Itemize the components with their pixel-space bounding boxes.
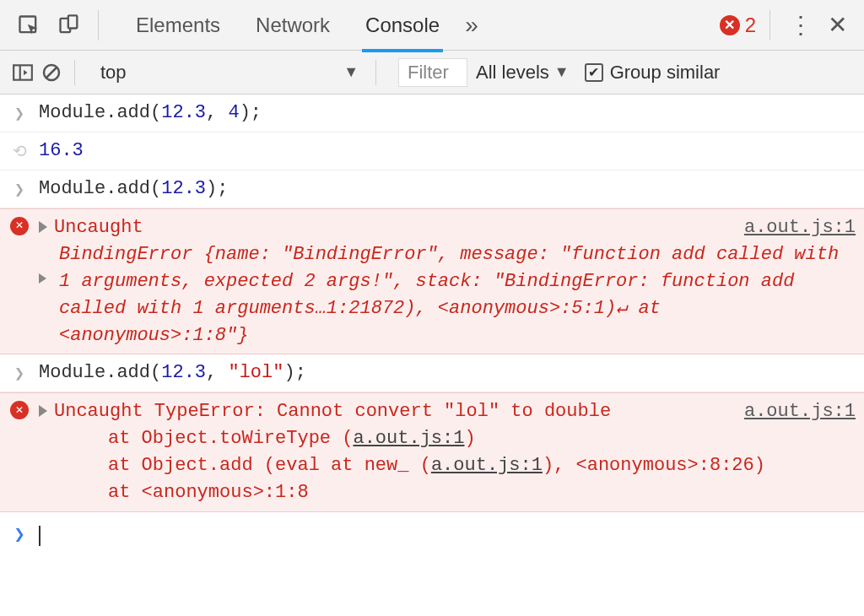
text-cursor bbox=[39, 526, 40, 546]
svg-line-7 bbox=[46, 68, 57, 78]
filter-input[interactable]: Filter bbox=[398, 58, 467, 87]
expand-caret-icon[interactable] bbox=[39, 221, 47, 233]
console-error-row: ✕ a.out.js:1 Uncaught TypeError: Cannot … bbox=[0, 392, 864, 512]
code: Module.add( bbox=[39, 102, 161, 123]
code: Module.add( bbox=[39, 178, 161, 199]
code: ); bbox=[284, 362, 305, 383]
stack-frame: at <anonymous>:1:8 bbox=[108, 482, 309, 503]
group-similar-checkbox[interactable]: ✔ bbox=[585, 63, 603, 82]
uncaught-label: Uncaught bbox=[54, 217, 143, 238]
chevron-down-icon: ▼ bbox=[343, 63, 359, 81]
code: Module.add( bbox=[39, 362, 161, 383]
stack-frame: at Object.toWireType ( bbox=[108, 428, 353, 449]
console-toolbar: top ▼ Filter All levels ▼ ✔ Group simila… bbox=[0, 51, 864, 95]
input-marker-icon: ❯ bbox=[0, 100, 39, 127]
stack-frame: ), <anonymous>:8:26) bbox=[543, 455, 765, 476]
input-marker-icon: ❯ bbox=[0, 359, 39, 386]
svg-rect-2 bbox=[68, 15, 78, 28]
svg-rect-3 bbox=[14, 65, 32, 79]
chevron-down-icon: ▼ bbox=[554, 63, 570, 81]
number-literal: 12.3 bbox=[161, 178, 206, 199]
console-prompt-row[interactable]: ❯ bbox=[0, 512, 864, 549]
input-code: Module.add(12.3, "lol"); bbox=[39, 359, 856, 386]
separator bbox=[98, 10, 99, 41]
tab-network[interactable]: Network bbox=[252, 0, 333, 52]
group-similar-label: Group similar bbox=[610, 62, 721, 84]
error-content: a.out.js:1 Uncaught TypeError: Cannot co… bbox=[39, 398, 856, 506]
source-link[interactable]: a.out.js:1 bbox=[744, 214, 856, 241]
filter-placeholder: Filter bbox=[408, 62, 449, 84]
stack-frame: ) bbox=[464, 428, 475, 449]
error-header: Uncaught TypeError: Cannot convert "lol"… bbox=[54, 401, 611, 422]
source-link[interactable]: a.out.js:1 bbox=[431, 455, 543, 476]
console-input-row: ❯ Module.add(12.3, 4); bbox=[0, 95, 864, 132]
number-literal: 12.3 bbox=[161, 102, 206, 123]
context-select[interactable]: top ▼ bbox=[89, 58, 367, 87]
expand-caret-icon[interactable] bbox=[39, 405, 47, 417]
separator bbox=[375, 60, 376, 85]
error-content: a.out.js:1 Uncaught BindingError {name: … bbox=[39, 214, 856, 349]
devtools-tabbar: Elements Network Console » ✕ 2 ⋮ ✕ bbox=[0, 0, 864, 51]
more-tabs-icon[interactable]: » bbox=[465, 12, 478, 39]
context-value: top bbox=[100, 62, 127, 84]
console-error-row: ✕ a.out.js:1 Uncaught BindingError {name… bbox=[0, 208, 864, 354]
string-literal: "lol" bbox=[228, 362, 284, 383]
input-code: Module.add(12.3); bbox=[39, 176, 856, 203]
separator bbox=[770, 10, 770, 41]
clear-console-icon[interactable] bbox=[37, 62, 66, 83]
error-marker-icon: ✕ bbox=[0, 214, 39, 235]
error-marker-icon: ✕ bbox=[0, 398, 39, 419]
error-count[interactable]: 2 bbox=[745, 14, 756, 37]
levels-label: All levels bbox=[476, 62, 549, 84]
separator bbox=[74, 60, 75, 85]
svg-marker-5 bbox=[24, 69, 27, 75]
log-level-select[interactable]: All levels ▼ bbox=[476, 62, 570, 84]
console-output-row: ⟲ 16.3 bbox=[0, 132, 864, 170]
tab-elements[interactable]: Elements bbox=[132, 0, 224, 52]
tab-strip: Elements Network Console bbox=[132, 0, 443, 52]
prompt-marker-icon: ❯ bbox=[0, 522, 39, 549]
number-literal: 4 bbox=[228, 102, 239, 123]
inspect-icon[interactable] bbox=[14, 10, 44, 41]
close-icon[interactable]: ✕ bbox=[828, 11, 847, 39]
number-literal: 12.3 bbox=[161, 362, 206, 383]
svg-rect-0 bbox=[20, 16, 36, 32]
source-link[interactable]: a.out.js:1 bbox=[353, 428, 464, 449]
device-toggle-icon[interactable] bbox=[54, 10, 84, 41]
output-marker-icon: ⟲ bbox=[0, 138, 39, 165]
code: ); bbox=[206, 178, 228, 199]
input-code: Module.add(12.3, 4); bbox=[39, 100, 856, 127]
code: , bbox=[206, 102, 228, 123]
error-badge-icon[interactable]: ✕ bbox=[720, 15, 740, 35]
tab-console[interactable]: Console bbox=[362, 0, 443, 52]
output-value: 16.3 bbox=[39, 138, 856, 165]
console-body: ❯ Module.add(12.3, 4); ⟲ 16.3 ❯ Module.a… bbox=[0, 95, 864, 549]
console-input-row: ❯ Module.add(12.3); bbox=[0, 170, 864, 208]
console-input-row: ❯ Module.add(12.3, "lol"); bbox=[0, 354, 864, 392]
sidebar-toggle-icon[interactable] bbox=[8, 62, 37, 84]
error-detail: BindingError {name: "BindingError", mess… bbox=[59, 241, 856, 349]
code: , bbox=[206, 362, 228, 383]
expand-caret-icon[interactable] bbox=[39, 273, 46, 284]
code: ); bbox=[240, 102, 262, 123]
input-marker-icon: ❯ bbox=[0, 176, 39, 203]
stack-frame: at Object.add (eval at new_ ( bbox=[108, 455, 431, 476]
kebab-menu-icon[interactable]: ⋮ bbox=[789, 11, 813, 39]
source-link[interactable]: a.out.js:1 bbox=[744, 398, 856, 425]
